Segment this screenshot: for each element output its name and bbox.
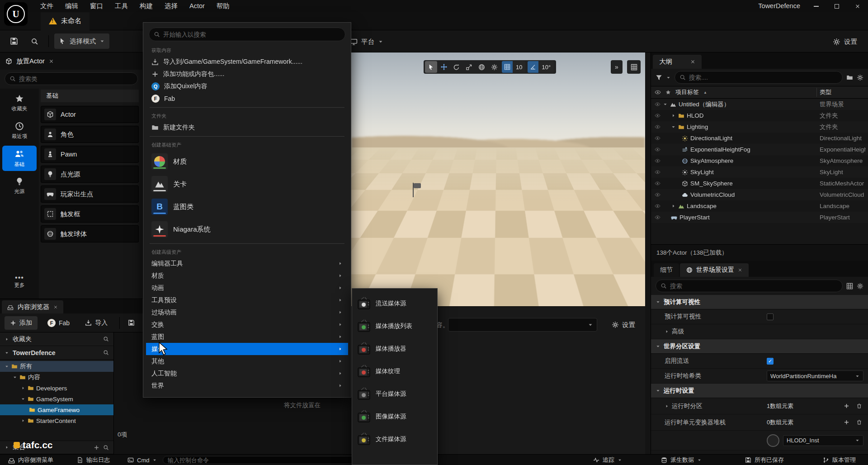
- grid-view-icon[interactable]: [846, 283, 853, 289]
- console-input-box[interactable]: [163, 456, 364, 464]
- viewport[interactable]: 10 10° »: [351, 52, 645, 306]
- surface-snap-button[interactable]: [488, 61, 500, 73]
- submenu-item-media-playlist[interactable]: 媒体播放列表: [352, 317, 437, 336]
- category-recent[interactable]: 最近项: [2, 118, 37, 143]
- menu-item-ai[interactable]: 人工智能: [146, 367, 348, 380]
- scale-tool-button[interactable]: [463, 61, 475, 73]
- save-button[interactable]: [5, 33, 23, 49]
- menu-item-world[interactable]: 世界: [146, 380, 348, 392]
- outliner-row-height-fog[interactable]: ExponentialHeightFog ExponentialHeightFo…: [651, 144, 868, 155]
- rotate-tool-button[interactable]: [450, 61, 462, 73]
- path-dropdown[interactable]: [448, 318, 597, 332]
- menu-item-animation[interactable]: 动画: [146, 282, 348, 294]
- viewport-overflow-button[interactable]: »: [611, 60, 623, 74]
- context-menu-search[interactable]: [149, 28, 345, 41]
- plus-icon[interactable]: [94, 445, 99, 451]
- add-element-button[interactable]: [842, 402, 851, 411]
- outliner-row-player-start[interactable]: PlayerStart PlayerStart: [651, 212, 868, 223]
- content-drawer-button[interactable]: 内容侧滑菜单: [8, 455, 53, 465]
- search-icon[interactable]: [103, 336, 109, 342]
- outliner-row-lighting[interactable]: Lighting 文件夹: [651, 121, 868, 133]
- add-button[interactable]: 添加: [5, 316, 38, 330]
- close-icon[interactable]: [738, 268, 742, 272]
- search-icon[interactable]: [103, 350, 109, 356]
- outliner-column-header[interactable]: 项目标签 ▲ 类型: [651, 86, 868, 99]
- source-control-button[interactable]: 版本管理: [823, 455, 856, 465]
- level-tab[interactable]: 未命名: [41, 12, 90, 30]
- submenu-item-image-media-source[interactable]: 图像媒体源: [352, 407, 437, 426]
- gizmo-z-axis[interactable]: [414, 256, 415, 277]
- unreal-logo[interactable]: U: [4, 2, 28, 26]
- precomputed-visibility-checkbox[interactable]: [767, 313, 774, 320]
- tab-details[interactable]: 细节: [654, 263, 679, 277]
- close-icon[interactable]: [49, 59, 54, 64]
- row-advanced[interactable]: 高级: [651, 324, 868, 339]
- add-folder-icon[interactable]: [846, 74, 853, 81]
- menu-tools[interactable]: 工具: [109, 0, 134, 12]
- category-favorites[interactable]: 收藏夹: [2, 90, 37, 116]
- console-input[interactable]: [168, 457, 359, 464]
- favorites-section[interactable]: 收藏夹: [0, 332, 113, 346]
- place-actor-search[interactable]: [5, 72, 138, 85]
- rotation-snap-control[interactable]: 10°: [528, 61, 554, 73]
- save-all-button[interactable]: [126, 316, 137, 330]
- submenu-item-platform-media-source[interactable]: 平台媒体源: [352, 384, 437, 403]
- browse-button[interactable]: [26, 33, 43, 49]
- menu-item-material-adv[interactable]: 材质: [146, 270, 348, 282]
- place-item-trigger-sphere[interactable]: 触发球体: [41, 225, 139, 242]
- menu-item-cinematics[interactable]: 过场动画: [146, 306, 348, 318]
- menu-help[interactable]: 帮助: [211, 0, 236, 12]
- outliner-search-input[interactable]: [689, 74, 838, 81]
- delete-element-button[interactable]: [854, 418, 863, 427]
- close-icon[interactable]: [690, 59, 695, 64]
- place-item-pawn[interactable]: Pawn: [41, 146, 139, 163]
- outliner-row-sky-atmosphere[interactable]: SkyAtmosphere SkyAtmosphere: [651, 155, 868, 166]
- tree-node-startercontent[interactable]: StarterContent: [0, 415, 113, 426]
- section-world-partition[interactable]: 世界分区设置: [651, 339, 868, 354]
- menu-build[interactable]: 构建: [134, 0, 159, 12]
- category-basic[interactable]: 基础: [2, 146, 37, 171]
- filter-icon[interactable]: [656, 74, 662, 81]
- menu-item-add-feature-pack[interactable]: 添加功能或内容包......: [146, 68, 348, 80]
- chevron-down-icon[interactable]: [671, 124, 676, 129]
- column-type[interactable]: 类型: [820, 88, 831, 96]
- tree-node-gamesystem[interactable]: GameSystem: [0, 394, 113, 404]
- add-element-button[interactable]: [842, 418, 851, 427]
- menu-window[interactable]: 窗口: [84, 0, 109, 12]
- menu-item-editor-utilities[interactable]: 编辑器工具: [146, 257, 348, 270]
- menu-item-misc[interactable]: 其他: [146, 355, 348, 367]
- menu-item-exchange[interactable]: 交换: [146, 318, 348, 331]
- menu-item-import-to[interactable]: 导入到/Game/GameSystem/GameFramework......: [146, 56, 348, 68]
- outliner-row-landscape[interactable]: Landscape Landscape: [651, 200, 868, 212]
- outliner-tab[interactable]: 大纲: [653, 55, 702, 69]
- category-more[interactable]: ••• 更多: [2, 270, 37, 295]
- place-actor-search-input[interactable]: [19, 76, 133, 82]
- menu-item-level[interactable]: 关卡: [146, 173, 348, 195]
- menu-edit[interactable]: 编辑: [59, 0, 84, 12]
- submenu-item-streaming-media-source[interactable]: 流送媒体源: [352, 294, 437, 313]
- section-precomputed-visibility[interactable]: 预计算可视性: [651, 295, 868, 309]
- menu-item-fab[interactable]: F Fab: [146, 92, 348, 104]
- fab-button[interactable]: F Fab: [42, 316, 75, 330]
- cmd-dropdown[interactable]: Cmd: [127, 455, 157, 465]
- asset-thumbnail[interactable]: [767, 434, 779, 447]
- menu-item-niagara-system[interactable]: Niagara系统: [146, 218, 348, 241]
- menu-item-new-folder[interactable]: 新建文件夹: [146, 121, 348, 133]
- world-space-button[interactable]: [476, 61, 488, 73]
- all-saved-indicator[interactable]: 所有已保存: [745, 455, 784, 465]
- outliner-row-sky-sphere[interactable]: SM_SkySphere StaticMeshActor: [651, 178, 868, 189]
- details-search-input[interactable]: [670, 283, 838, 289]
- select-tool-button[interactable]: [425, 61, 437, 73]
- gear-icon[interactable]: [857, 283, 863, 289]
- settings-button[interactable]: 设置: [828, 34, 862, 49]
- grid-snap-control[interactable]: 10: [502, 61, 525, 73]
- column-item-label[interactable]: 项目标签: [675, 88, 699, 96]
- outliner-search[interactable]: [675, 71, 843, 84]
- place-item-character[interactable]: 角色: [41, 126, 139, 143]
- details-search[interactable]: [656, 280, 843, 292]
- trace-button[interactable]: 追踪: [593, 455, 622, 465]
- platform-dropdown[interactable]: 平台: [345, 34, 388, 49]
- menu-actor[interactable]: Actor: [184, 0, 211, 12]
- context-menu-search-input[interactable]: [163, 31, 340, 38]
- panel-settings-button[interactable]: 设置: [612, 318, 635, 332]
